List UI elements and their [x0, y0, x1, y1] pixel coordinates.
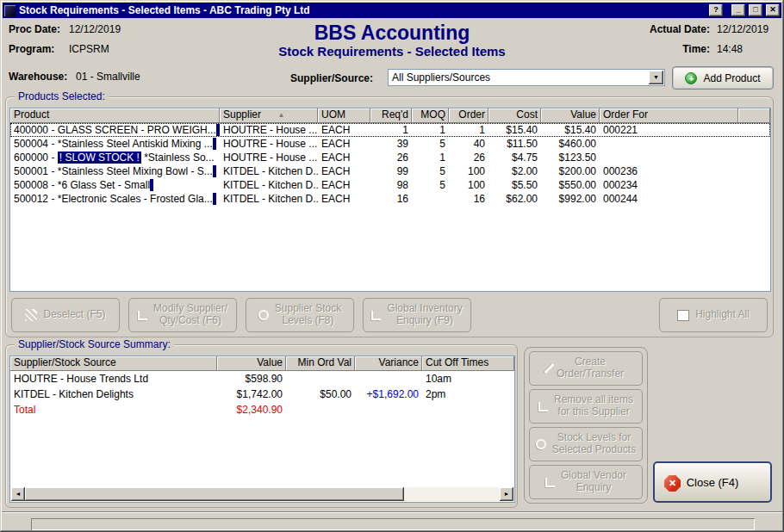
deselect-icon — [25, 309, 37, 321]
stock-levels-selected-button[interactable]: Stock Levels for Selected Products — [529, 427, 643, 461]
cell-product: 500008 - *6 Glass Set - Small — [10, 178, 220, 192]
highlight-all-icon — [677, 310, 689, 321]
col-source[interactable]: Supplier/Stock Source — [10, 356, 217, 371]
chevron-down-icon[interactable]: ▼ — [649, 71, 663, 84]
cell-product: 500004 - *Stainless Steel Antiskid Mixin… — [10, 137, 220, 151]
cell-reqd: 98 — [370, 178, 412, 192]
app-window: Stock Requirements - Selected Items - AB… — [0, 0, 784, 532]
remove-all-items-button[interactable]: Remove all items for this Supplier — [529, 389, 643, 424]
cell-cutoff — [422, 402, 514, 418]
products-selected-group-label: Products Selected: — [15, 90, 109, 102]
deselect-label: Deselect (F5) — [43, 309, 105, 321]
cell-reqd: 16 — [370, 192, 412, 206]
warehouse-line: Warehouse: 01 - Smallville — [9, 71, 140, 83]
cell-spacer — [738, 151, 770, 164]
global-inventory-enquiry-label: Global Inventory Enquiry (F9) — [387, 303, 462, 327]
supplier-stock-levels-label: Supplier Stock Levels (F8) — [275, 303, 341, 327]
cell-order: 100 — [449, 178, 488, 192]
close-button[interactable]: ✕ Close (F4) — [653, 461, 772, 503]
table-row[interactable]: 400000 - GLASS SCREEN - PRO WEIGH... HOU… — [10, 123, 770, 137]
app-icon — [4, 5, 16, 16]
cell-uom: EACH — [318, 164, 370, 178]
global-vendor-enquiry-button[interactable]: Global Vendor Enquiry — [529, 465, 643, 499]
cell-supplier: KITDEL - Kitchen D... — [220, 178, 318, 192]
table-row[interactable]: 500004 - *Stainless Steel Antiskid Mixin… — [10, 137, 770, 151]
product-text: 500008 - *6 Glass Set - Small — [14, 179, 150, 191]
col-value[interactable]: Value — [541, 108, 600, 123]
close-window-button[interactable]: ✕ — [766, 4, 780, 16]
help-button[interactable]: ? — [709, 4, 723, 16]
cell-uom: EACH — [318, 137, 370, 151]
col-reqd[interactable]: Req'd — [370, 108, 412, 123]
minimize-button[interactable]: _ — [731, 4, 745, 16]
cell-cost: $11.50 — [488, 137, 541, 151]
col-order-for[interactable]: Order For — [600, 108, 738, 123]
status-divider-highlight — [2, 512, 782, 513]
col-cutoff[interactable]: Cut Off Times — [422, 356, 514, 371]
add-product-button[interactable]: + Add Product — [672, 66, 774, 90]
supplier-stock-levels-icon — [258, 310, 269, 320]
table-row[interactable]: 500001 - *Stainless Steel Mixing Bowl - … — [10, 164, 770, 178]
cell-value: $123.50 — [541, 151, 600, 164]
col-variance[interactable]: Variance — [355, 356, 422, 371]
table-row[interactable]: 500008 - *6 Glass Set - Small KITDEL - K… — [10, 178, 770, 192]
cell-supplier: HOUTRE - House ... — [220, 137, 318, 151]
col-sum-value[interactable]: Value — [217, 356, 286, 371]
cell-reqd: 99 — [370, 164, 412, 178]
table-row[interactable]: 500012 - *Electronic Scales - Frosted Gl… — [10, 192, 770, 206]
cell-product: 500012 - *Electronic Scales - Frosted Gl… — [10, 192, 220, 206]
product-text: 500012 - *Electronic Scales - Frosted Gl… — [14, 193, 213, 205]
cell-cost: $2.00 — [488, 164, 541, 178]
modify-supplier-button[interactable]: Modify Supplier/ Qty/Cost (F6) — [128, 298, 237, 332]
modify-supplier-label: Modify Supplier/ Qty/Cost (F6) — [153, 303, 227, 327]
create-order-transfer-button[interactable]: Create Order/Transfer — [529, 351, 643, 386]
cell-cost: $15.40 — [488, 123, 541, 137]
product-text: 500004 - *Stainless Steel Antiskid Mixin… — [14, 138, 213, 150]
time-value: 14:48 — [717, 43, 774, 55]
cell-cost: $4.75 — [488, 151, 541, 164]
supplier-source-combobox[interactable]: All Suppliers/Sources ▼ — [388, 69, 665, 86]
cell-product: 500001 - *Stainless Steel Mixing Bowl - … — [10, 164, 220, 178]
scrollbar-track[interactable] — [404, 487, 500, 501]
col-uom[interactable]: UOM — [318, 108, 370, 123]
create-order-transfer-icon — [544, 363, 554, 374]
cell-reqd: 39 — [370, 137, 412, 151]
scroll-left-icon[interactable]: ◄ — [11, 487, 25, 501]
cell-order: 16 — [449, 192, 488, 206]
title-bar: Stock Requirements - Selected Items - AB… — [3, 3, 781, 18]
cell-moq: 1 — [412, 151, 449, 164]
cell-uom: EACH — [318, 192, 370, 206]
time-label: Time: — [682, 43, 710, 55]
global-vendor-enquiry-icon — [545, 478, 555, 487]
remove-all-items-label: Remove all items for this Supplier — [554, 394, 633, 418]
global-inventory-enquiry-button[interactable]: Global Inventory Enquiry (F9) — [363, 298, 471, 332]
cell-order: 1 — [449, 123, 488, 137]
time-line: Time: 14:48 — [682, 43, 774, 55]
col-supplier[interactable]: Supplier ▲ — [220, 108, 318, 123]
product-text: 400000 - GLASS SCREEN - PRO WEIGH... — [14, 124, 216, 136]
table-row[interactable]: 600000 - ! SLOW STOCK ! *Stainless So...… — [10, 151, 770, 164]
proc-date-label: Proc Date: — [9, 23, 69, 35]
summary-row[interactable]: KITDEL - Kitchen Delights $1,742.00 $50.… — [10, 387, 514, 402]
product-highlight: ! SLOW STOCK ! — [58, 152, 141, 164]
col-moq[interactable]: MOQ — [412, 108, 449, 123]
cell-supplier: HOUTRE - House ... — [220, 123, 318, 137]
col-product[interactable]: Product — [10, 108, 220, 123]
proc-date-line: Proc Date: 12/12/2019 — [9, 23, 121, 35]
deselect-button[interactable]: Deselect (F5) — [11, 298, 120, 332]
highlight-all-button[interactable]: Highlight All — [659, 298, 768, 332]
col-min-ord[interactable]: Min Ord Val — [286, 356, 355, 371]
product-highlight — [213, 193, 216, 205]
col-order[interactable]: Order — [449, 108, 488, 123]
col-spacer — [738, 108, 770, 123]
remove-all-items-icon — [538, 402, 548, 411]
cell-spacer — [738, 178, 770, 192]
col-cost[interactable]: Cost — [488, 108, 541, 123]
supplier-stock-levels-button[interactable]: Supplier Stock Levels (F8) — [246, 298, 354, 332]
summary-row[interactable]: HOUTRE - House Trends Ltd $598.90 10am — [10, 371, 514, 387]
supplier-source-label: Supplier/Source: — [290, 72, 373, 84]
maximize-button[interactable]: □ — [749, 4, 762, 16]
scrollbar-thumb[interactable] — [25, 487, 404, 501]
scroll-right-icon[interactable]: ► — [500, 487, 513, 501]
warehouse-label: Warehouse: — [9, 71, 76, 83]
